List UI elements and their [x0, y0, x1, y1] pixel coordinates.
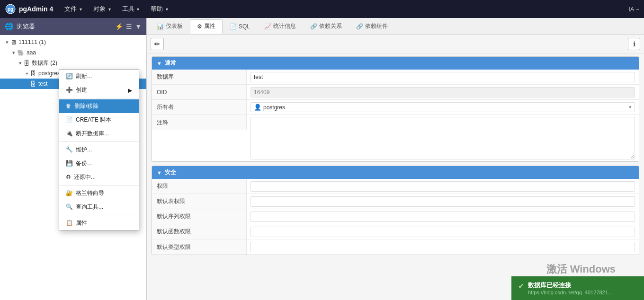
- submenu-arrow: ▶: [128, 87, 132, 94]
- form-row-oid: OID: [152, 85, 639, 100]
- security-section: ▼ 安全 权限 默认表权限 默认序列权限: [152, 166, 639, 255]
- input-default-func-priv[interactable]: [250, 227, 635, 237]
- ctx-properties[interactable]: 📋属性: [59, 216, 139, 230]
- action-bar: ✏ ℹ: [147, 35, 644, 53]
- tab-statistics[interactable]: 📈 统计信息: [257, 19, 303, 34]
- toggle-root[interactable]: ▾: [4, 39, 10, 45]
- ctx-backup[interactable]: 💾备份...: [59, 157, 139, 170]
- ctx-disconnect[interactable]: 🔌断开数据库...: [59, 127, 139, 141]
- server-icon: 🖥: [10, 39, 17, 46]
- postgres-db-icon: 🗄: [30, 70, 36, 77]
- toast-title: 数据库已经连接: [528, 281, 637, 290]
- ctx-restore[interactable]: ♻还原中...: [59, 170, 139, 184]
- menu-object[interactable]: 对象 ▾: [89, 2, 116, 16]
- menu-file-arrow: ▾: [80, 7, 82, 12]
- toggle-aaa[interactable]: ▾: [10, 50, 17, 56]
- label-owner: 所有者: [152, 100, 247, 115]
- general-toggle-arrow[interactable]: ▼: [157, 61, 162, 66]
- form-row-database: 数据库: [152, 70, 639, 85]
- toggle-db-group[interactable]: ▾: [17, 60, 24, 66]
- edit-button[interactable]: ✏: [151, 38, 164, 50]
- security-section-header[interactable]: ▼ 安全: [152, 166, 639, 179]
- form-row-default-table-priv: 默认表权限: [152, 194, 639, 209]
- form-row-privileges: 权限: [152, 179, 639, 194]
- sidebar-title: 浏览器: [17, 22, 35, 31]
- info-button[interactable]: ℹ: [628, 38, 640, 50]
- tab-sql[interactable]: 📄 SQL: [223, 19, 257, 34]
- toggle-test[interactable]: +: [24, 81, 30, 87]
- general-section-title: 通常: [165, 59, 176, 67]
- label-comment: 注释: [152, 115, 247, 130]
- ctx-refresh[interactable]: 🔄刷新...: [59, 70, 139, 83]
- security-toggle-arrow[interactable]: ▼: [157, 170, 162, 176]
- tab-properties[interactable]: ⚙ 属性: [190, 19, 223, 34]
- properties-panel: ▼ 通常 数据库 OID 所有者: [147, 53, 644, 300]
- app-title: pgAdmin 4: [19, 5, 53, 13]
- backup-icon: 💾: [66, 160, 73, 167]
- toggle-postgres[interactable]: +: [24, 71, 30, 76]
- tree-node-root[interactable]: ▾ 🖥 111111 (1): [0, 37, 146, 47]
- menu-help-arrow: ▾: [166, 7, 168, 12]
- toast-notification: ✔ 数据库已经连接 https://blog.csdn.net/qq_40127…: [511, 276, 644, 300]
- input-privileges[interactable]: [250, 181, 635, 192]
- input-comment[interactable]: [250, 117, 635, 159]
- ctx-query-tool[interactable]: 🔍查询工具...: [59, 200, 139, 214]
- toast-check-icon: ✔: [518, 282, 524, 291]
- right-panel: 📊 仪表板 ⚙ 属性 📄 SQL 📈 统计信息 🔗 依赖关系 🔗 依赖组件: [147, 18, 644, 300]
- value-default-type-priv: [247, 239, 639, 255]
- disconnect-icon: 🔌: [66, 130, 73, 137]
- sidebar-browser-icon: 🌐: [5, 22, 14, 31]
- value-privileges: [247, 179, 639, 194]
- label-database: 数据库: [152, 70, 247, 84]
- ctx-delete[interactable]: 🗑删除/移除: [59, 99, 139, 113]
- filter-icon[interactable]: ▼: [135, 23, 142, 30]
- toast-text: 数据库已经连接 https://blog.csdn.net/qq_4012782…: [528, 281, 637, 295]
- grant-icon: 🔐: [66, 190, 73, 196]
- ctx-create-script[interactable]: 📄CREATE 脚本: [59, 113, 139, 127]
- ctx-separator-2: [59, 141, 139, 142]
- input-default-type-priv[interactable]: [250, 242, 635, 252]
- server-aaa-icon: 🐘: [17, 49, 25, 56]
- tab-dashboard[interactable]: 📊 仪表板: [150, 19, 190, 34]
- input-database[interactable]: [250, 72, 635, 82]
- query-icon: 🔍: [66, 203, 73, 210]
- sidebar-header: 🌐 浏览器 ⚡ ☰ ▼: [0, 18, 146, 35]
- node-label-db-group: 数据库 (2): [32, 59, 57, 67]
- toast-link: https://blog.csdn.net/qq_40127821...: [528, 290, 637, 295]
- node-label-postgres: postgres: [38, 70, 60, 77]
- ctx-grant-wizard[interactable]: 🔐格兰特向导: [59, 186, 139, 200]
- dependencies-icon: 🔗: [310, 23, 317, 30]
- node-label-test: test: [38, 80, 47, 87]
- props-icon: 📋: [66, 220, 73, 226]
- menu-file[interactable]: 文件 ▾: [60, 2, 87, 16]
- dependents-icon: 🔗: [356, 23, 363, 30]
- tree-area: ▾ 🖥 111111 (1) ▾ 🐘 aaa ▾ 🗄 数据库 (2) + 🗄: [0, 35, 146, 300]
- owner-select[interactable]: 👤 postgres ▾: [250, 102, 635, 112]
- general-section-header[interactable]: ▼ 通常: [152, 57, 639, 70]
- menu-tools[interactable]: 工具 ▾: [117, 2, 144, 16]
- list-icon[interactable]: ☰: [126, 23, 132, 30]
- value-default-func-priv: [247, 224, 639, 239]
- refresh-icon: 🔄: [66, 73, 73, 79]
- sidebar-toolbar: ⚡ ☰ ▼: [115, 23, 142, 30]
- value-default-table-priv: [247, 194, 639, 209]
- tab-dependents[interactable]: 🔗 依赖组件: [349, 19, 395, 34]
- general-section: ▼ 通常 数据库 OID 所有者: [152, 56, 639, 162]
- input-default-table-priv[interactable]: [250, 196, 635, 207]
- ctx-maintain[interactable]: 🔧维护...: [59, 143, 139, 157]
- user-icon: 👤: [254, 104, 261, 111]
- context-menu: 🔄刷新... ➕创建 ▶ 🗑删除/移除 📄CREATE 脚本 🔌断开数据库...: [59, 69, 139, 230]
- tab-dependencies[interactable]: 🔗 依赖关系: [303, 19, 349, 34]
- value-oid: [247, 85, 639, 99]
- input-default-seq-priv[interactable]: [250, 212, 635, 222]
- restore-icon: ♻: [66, 174, 71, 180]
- app-logo: pg pgAdmin 4: [5, 3, 53, 15]
- value-owner: 👤 postgres ▾: [247, 100, 639, 115]
- tree-node-aaa[interactable]: ▾ 🐘 aaa: [0, 47, 146, 58]
- menu-help[interactable]: 帮助 ▾: [146, 2, 173, 16]
- flash-icon[interactable]: ⚡: [115, 23, 123, 30]
- tree-node-db-group[interactable]: ▾ 🗄 数据库 (2): [0, 58, 146, 68]
- form-row-default-seq-priv: 默认序列权限: [152, 209, 639, 224]
- pgadmin-logo-icon: pg: [5, 3, 16, 15]
- ctx-create[interactable]: ➕创建 ▶: [59, 83, 139, 97]
